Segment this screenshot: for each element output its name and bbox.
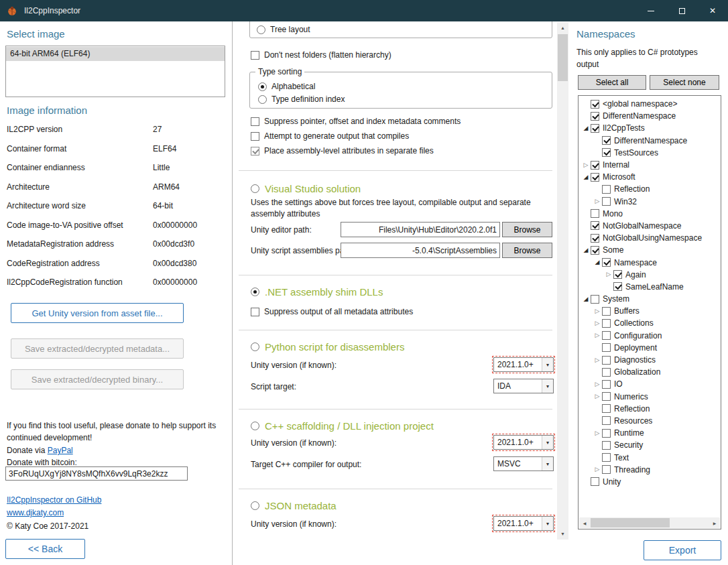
scroll-down-button[interactable]: ▼ xyxy=(557,528,568,540)
collapse-icon[interactable]: ◢ xyxy=(581,295,591,304)
tree-item[interactable]: DifferentNamespace xyxy=(579,110,720,122)
tree-item[interactable]: NotGlobalNamespace xyxy=(579,220,720,232)
namespace-checkbox[interactable] xyxy=(602,185,611,194)
script-target-select[interactable]: IDA ▾ xyxy=(493,379,554,393)
tree-item[interactable]: ◢Il2CppTests xyxy=(579,122,720,134)
cpp-compiler-select[interactable]: MSVC ▾ xyxy=(493,456,554,471)
export-button[interactable]: Export xyxy=(644,540,721,560)
tree-item[interactable]: ▷Configuration xyxy=(579,330,720,342)
tree-item[interactable]: ▷Internal xyxy=(579,159,720,171)
namespace-checkbox[interactable] xyxy=(602,258,611,267)
github-link[interactable]: Il2CppInspector on GitHub xyxy=(7,495,101,505)
radio-icon[interactable] xyxy=(257,25,265,34)
namespace-checkbox[interactable] xyxy=(602,429,611,438)
namespace-checkbox[interactable] xyxy=(591,161,599,170)
scroll-up-button[interactable]: ▲ xyxy=(557,22,568,34)
center-scrollbar[interactable]: ▲ ▼ xyxy=(557,22,568,540)
image-list-item[interactable]: 64-bit ARM64 (ELF64) xyxy=(6,47,225,61)
namespace-checkbox[interactable] xyxy=(602,453,611,462)
tree-item[interactable]: ▷Threading xyxy=(579,464,720,476)
tree-item[interactable]: ▷Numerics xyxy=(579,391,720,403)
collapse-icon[interactable]: ◢ xyxy=(581,124,591,133)
tree-item[interactable]: ◢Namespace xyxy=(579,256,720,268)
tree-item[interactable]: SameLeafName xyxy=(579,281,720,293)
checkbox-icon[interactable] xyxy=(251,308,259,316)
tree-item[interactable]: ▷Again xyxy=(579,269,720,281)
paypal-link[interactable]: PayPal xyxy=(48,446,73,455)
namespace-checkbox[interactable] xyxy=(591,209,599,218)
cpp-unity-version-select[interactable]: 2021.1.0+ ▾ xyxy=(493,435,554,450)
tree-item[interactable]: ▷Diagnostics xyxy=(579,354,720,366)
namespace-checkbox[interactable] xyxy=(602,136,611,145)
namespace-checkbox[interactable] xyxy=(602,368,611,377)
checkbox-icon[interactable] xyxy=(251,132,259,141)
namespace-checkbox[interactable] xyxy=(591,173,599,182)
radio-icon[interactable] xyxy=(251,288,259,296)
collapse-icon[interactable]: ◢ xyxy=(581,173,591,182)
tree-horizontal-scrollbar[interactable]: ◀ ▶ xyxy=(579,517,720,528)
option-checkbox[interactable]: Attempt to generate output that compiles xyxy=(251,130,461,142)
expand-icon[interactable]: ▷ xyxy=(593,319,602,328)
namespace-checkbox[interactable] xyxy=(613,270,622,279)
checkbox-icon[interactable] xyxy=(251,51,259,60)
scroll-right-button[interactable]: ▶ xyxy=(709,517,720,528)
tree-item[interactable]: ▷IO xyxy=(579,378,720,390)
tree-item[interactable]: NotGlobalUsingNamespace xyxy=(579,232,720,244)
tree-item[interactable]: ▷Buffers xyxy=(579,305,720,317)
namespace-checkbox[interactable] xyxy=(602,416,611,425)
tree-item[interactable]: TestSources xyxy=(579,147,720,159)
minimize-button[interactable] xyxy=(635,0,666,21)
radio-icon[interactable] xyxy=(258,95,267,104)
namespace-checkbox[interactable] xyxy=(602,392,611,401)
namespace-checkbox[interactable] xyxy=(602,343,611,352)
namespace-checkbox[interactable] xyxy=(602,319,611,328)
namespace-checkbox[interactable] xyxy=(602,331,611,340)
browse-editor-path-button[interactable]: Browse xyxy=(502,222,552,237)
expand-icon[interactable]: ▷ xyxy=(593,197,602,206)
tree-item[interactable]: Mono xyxy=(579,208,720,220)
bitcoin-address-input[interactable]: 3FoRUqUXgYj8NY8sMQfhX6vv9LqR3e2kzz xyxy=(5,466,188,481)
expand-icon[interactable]: ▷ xyxy=(593,429,602,438)
back-button[interactable]: << Back xyxy=(5,539,85,559)
vs-solution-radio[interactable]: Visual Studio solution xyxy=(251,181,361,196)
namespace-checkbox[interactable] xyxy=(602,197,611,206)
tree-item[interactable]: Security xyxy=(579,439,720,451)
save-binary-button[interactable]: Save extracted/decrypted binary... xyxy=(11,369,184,389)
image-listbox[interactable]: 64-bit ARM64 (ELF64) xyxy=(5,46,225,97)
tree-item[interactable]: ◢Microsoft xyxy=(579,171,720,183)
tree-item[interactable]: Unity xyxy=(579,476,720,488)
expand-icon[interactable]: ▷ xyxy=(581,161,591,170)
tree-item[interactable]: ◢System xyxy=(579,293,720,305)
expand-icon[interactable]: ▷ xyxy=(593,380,602,389)
namespace-checkbox[interactable] xyxy=(602,380,611,389)
checkbox-icon[interactable] xyxy=(251,117,259,126)
python-unity-version-select[interactable]: 2021.1.0+ ▾ xyxy=(493,357,554,372)
save-metadata-button[interactable]: Save extracted/decrypted metadata... xyxy=(11,338,184,359)
editor-path-input[interactable]: Files\Unity\Hub\Editor\2020.2.0f1 xyxy=(341,222,500,237)
radio-icon[interactable] xyxy=(251,184,259,193)
close-button[interactable]: ✕ xyxy=(697,0,728,21)
sort-type-index-radio[interactable]: Type definition index xyxy=(258,93,345,105)
namespace-checkbox[interactable] xyxy=(602,465,611,474)
radio-icon[interactable] xyxy=(251,422,259,430)
option-checkbox[interactable]: Place assembly-level attributes in separ… xyxy=(251,145,461,157)
tree-item[interactable]: Reflection xyxy=(579,403,720,415)
scrollbar-thumb[interactable] xyxy=(558,34,568,81)
namespace-checkbox[interactable] xyxy=(591,221,599,230)
select-all-button[interactable]: Select all xyxy=(578,75,646,90)
tree-item[interactable]: Globalization xyxy=(579,366,720,378)
namespace-checkbox[interactable] xyxy=(591,234,599,243)
namespace-checkbox[interactable] xyxy=(602,307,611,316)
namespace-checkbox[interactable] xyxy=(602,148,611,157)
expand-icon[interactable]: ▷ xyxy=(604,270,613,279)
tree-item[interactable]: Resources xyxy=(579,415,720,427)
radio-icon[interactable] xyxy=(251,342,259,351)
json-unity-version-select[interactable]: 2021.1.0+ ▾ xyxy=(493,516,554,531)
assemblies-path-input[interactable]: -5.0.4\ScriptAssemblies xyxy=(341,243,500,258)
option-checkbox[interactable]: Suppress pointer, offset and index metad… xyxy=(251,115,461,127)
sort-alphabetical-radio[interactable]: Alphabetical xyxy=(258,80,315,92)
expand-icon[interactable]: ▷ xyxy=(593,392,602,401)
tree-item[interactable]: Reflection xyxy=(579,183,720,195)
tree-layout-radio[interactable]: Tree layout xyxy=(257,23,310,36)
namespace-checkbox[interactable] xyxy=(602,441,611,450)
